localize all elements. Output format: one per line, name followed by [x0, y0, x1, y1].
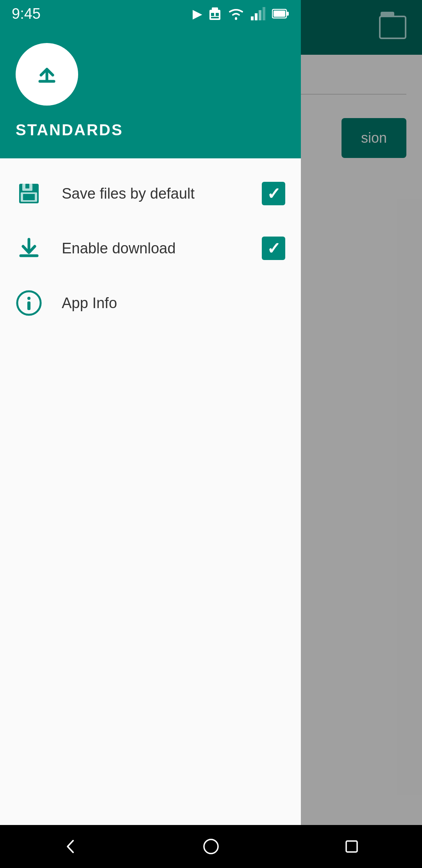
info-icon	[16, 290, 42, 316]
svg-rect-12	[274, 11, 285, 17]
drawer-menu: Save files by default ✓ Enable download …	[0, 158, 301, 868]
svg-point-21	[204, 839, 218, 854]
svg-rect-4	[211, 17, 219, 18]
svg-point-19	[27, 297, 30, 300]
enable-download-checkmark: ✓	[267, 239, 281, 258]
svg-rect-3	[216, 13, 219, 16]
svg-rect-7	[255, 13, 257, 20]
enable-download-checkbox[interactable]: ✓	[262, 237, 285, 260]
svg-rect-17	[23, 194, 35, 200]
enable-download-label: Enable download	[62, 240, 242, 257]
menu-item-save-files[interactable]: Save files by default ✓	[0, 166, 301, 221]
menu-item-enable-download[interactable]: Enable download ✓	[0, 221, 301, 276]
svg-rect-9	[263, 7, 265, 20]
svg-rect-2	[211, 13, 214, 16]
wifi-icon	[227, 7, 245, 20]
svg-rect-22	[346, 841, 357, 852]
svg-rect-11	[286, 12, 289, 16]
drawer-scrim[interactable]	[301, 0, 422, 868]
app-info-label: App Info	[62, 295, 285, 312]
status-bar: 9:45 ▶	[0, 0, 301, 27]
drawer-header: STANDARDS	[0, 27, 301, 158]
save-icon	[16, 180, 42, 207]
avatar	[16, 43, 78, 106]
signal-icon	[251, 7, 266, 20]
svg-point-5	[235, 18, 237, 20]
drawer-title: STANDARDS	[16, 121, 285, 139]
navigation-drawer: 9:45 ▶	[0, 0, 301, 868]
menu-item-app-info[interactable]: App Info	[0, 276, 301, 330]
status-icons: ▶	[193, 6, 289, 21]
nav-bar	[0, 825, 422, 868]
save-files-checkbox[interactable]: ✓	[262, 182, 285, 205]
save-files-label: Save files by default	[62, 185, 242, 202]
home-button[interactable]	[191, 835, 231, 858]
download-icon	[16, 235, 42, 262]
status-time: 9:45	[12, 5, 41, 22]
svg-rect-1	[212, 7, 218, 11]
svg-rect-20	[27, 301, 30, 310]
svg-rect-8	[259, 10, 261, 20]
battery-icon	[272, 8, 289, 20]
recents-button[interactable]	[332, 835, 371, 858]
avatar-icon	[31, 59, 63, 90]
play-icon: ▶	[193, 6, 202, 21]
sim-icon	[209, 7, 221, 21]
save-files-checkmark: ✓	[267, 184, 281, 203]
svg-rect-15	[25, 184, 29, 188]
back-button[interactable]	[51, 835, 90, 858]
svg-rect-6	[251, 16, 254, 20]
